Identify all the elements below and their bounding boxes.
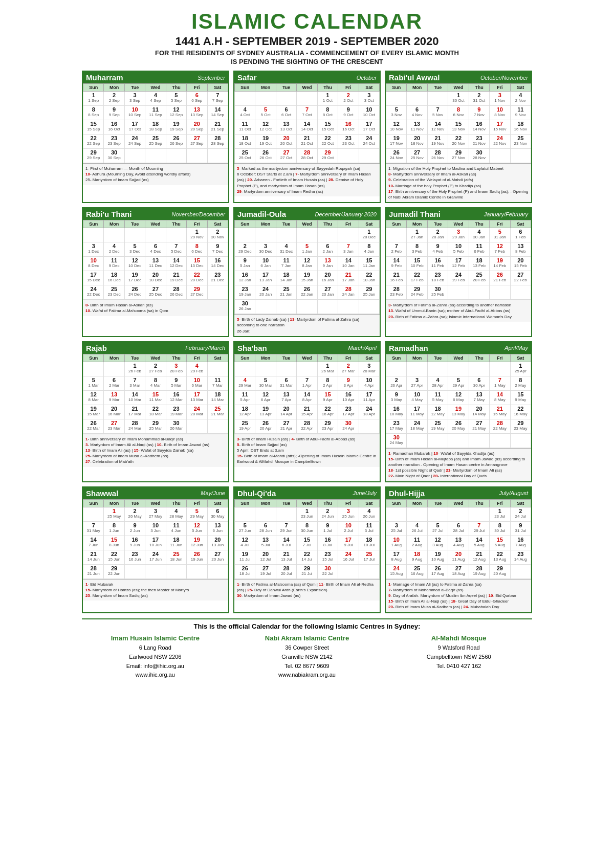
month-notes: 5- Marked as the martyrdom anniversary o… <box>234 163 380 196</box>
month-shaban: Sha'ban March/April Sun Mon Tue Wed Thu … <box>233 341 381 482</box>
month-greg: June/July <box>353 490 377 496</box>
day-cell: 105 Feb <box>448 242 469 257</box>
day-cell <box>427 433 448 448</box>
main-title: ISLAMIC CALENDAR <box>82 9 532 34</box>
day-cell: 1414 Oct <box>297 120 317 135</box>
day-cell: 429 Mar <box>235 376 255 390</box>
day-cell: 531 Jan <box>490 228 510 242</box>
day-cell: 145 Aug <box>469 536 489 550</box>
day-cell: 106 Mar <box>187 376 207 390</box>
col-fri: Fri <box>490 84 510 92</box>
col-sat: Sat <box>207 84 228 92</box>
day-cell: 2119 Nov <box>427 135 448 149</box>
day-cell: 227 Mar <box>338 362 359 376</box>
col-tue: Tue <box>124 220 145 228</box>
day-cell: 103 Jun <box>145 521 166 536</box>
day-cell <box>448 362 469 376</box>
day-cell <box>166 149 186 163</box>
day-cell <box>359 564 379 578</box>
day-cell: 1812 Apr <box>235 405 255 419</box>
col-wed: Wed <box>145 354 166 362</box>
day-cell <box>490 285 510 300</box>
months-grid: Muharram September Sun Mon Tue Wed Thu F… <box>82 71 532 613</box>
day-cell: 1311 Dec <box>145 257 166 271</box>
day-cell: 1919 Oct <box>255 135 276 149</box>
month-ramadhan: Ramadhan April/May Sun Mon Tue Wed Thu F… <box>385 341 532 482</box>
day-cell: 1111 Sep <box>145 106 166 120</box>
day-cell <box>124 564 145 578</box>
day-cell: 11 Sep <box>83 92 104 106</box>
month-header: Safar October <box>234 72 380 83</box>
day-cell: 529 May <box>187 507 207 521</box>
day-cell: 66 Sep <box>187 92 207 106</box>
day-cell <box>386 92 407 106</box>
month-safar: Safar October Sun Mon Tue Wed Thu Fri Sa… <box>233 71 381 203</box>
day-cell <box>510 433 531 448</box>
day-cell <box>386 228 407 242</box>
day-cell: 2323 Oct <box>338 135 359 149</box>
day-cell: 2819 Aug <box>469 564 489 578</box>
col-sat: Sat <box>359 499 379 507</box>
day-cell <box>276 507 296 521</box>
day-cell: 2114 Jun <box>83 550 104 564</box>
month-dhul-qida: Dhul-Qi'da June/July Sun Mon Tue Wed Thu… <box>233 486 381 613</box>
day-cell <box>255 300 276 314</box>
day-cell: 2213 Aug <box>490 550 510 564</box>
day-cell: 428 Apr <box>427 376 448 390</box>
col-sun: Sun <box>386 499 407 507</box>
col-mon: Mon <box>104 499 124 507</box>
day-cell: 1814 Mar <box>207 390 228 405</box>
day-cell: 167 Aug <box>510 536 531 550</box>
month-dhul-hijja: Dhul-Hijja July/August Sun Mon Tue Wed T… <box>385 486 532 613</box>
col-tue: Tue <box>276 220 296 228</box>
month-name: Dhul-Hijja <box>389 489 425 498</box>
day-cell: 2422 Nov <box>490 135 510 149</box>
day-cell: 2823 Feb <box>386 285 407 300</box>
day-cell: 1912 Jun <box>187 536 207 550</box>
day-cell <box>448 507 469 521</box>
day-cell: 115 May <box>427 390 448 405</box>
day-cell: 224 Jun <box>317 507 338 521</box>
day-cell: 1711 May <box>407 405 427 419</box>
day-cell: 1614 Nov <box>469 120 489 135</box>
col-wed: Wed <box>145 84 166 92</box>
day-cell: 33 Sep <box>124 92 145 106</box>
day-cell: 630 Apr <box>469 376 489 390</box>
day-cell <box>83 507 104 521</box>
day-cell <box>255 228 276 242</box>
day-cell: 2216 Apr <box>317 405 338 419</box>
day-cell: 31 Dec <box>83 242 104 257</box>
day-cell: 729 Jun <box>276 521 296 536</box>
month-header: Rabi'u Thani November/December <box>83 208 228 220</box>
day-cell: 1515 Sep <box>83 120 104 135</box>
centre-nabi-akram: Nabi Akram Islamic Centre 36 Cowper Stre… <box>234 633 381 680</box>
day-cell: 330 Dec <box>255 242 276 257</box>
day-cell <box>338 149 359 163</box>
day-cell: 72 Feb <box>386 242 407 257</box>
col-sat: Sat <box>510 354 531 362</box>
day-cell: 1410 Mar <box>124 390 145 405</box>
col-thu: Thu <box>317 499 338 507</box>
day-cell <box>338 564 359 578</box>
month-notes: 1- Marriage of Imam Ali (as) to Fatima a… <box>386 579 531 612</box>
day-cell: 1917 Dec <box>124 271 145 285</box>
day-cell <box>359 149 379 163</box>
day-cell: 2321 Dec <box>207 271 228 285</box>
day-cell <box>427 362 448 376</box>
centre-address: 36 Cowper Street Granville NSW 2142 Tel.… <box>234 643 381 679</box>
day-cell: 426 Jun <box>359 507 379 521</box>
day-cell: 630 May <box>207 507 228 521</box>
day-cell: 1813 Feb <box>469 257 489 271</box>
centre-name: Nabi Akram Islamic Centre <box>234 633 381 644</box>
month-greg: May/June <box>201 490 225 496</box>
day-cell: 53 Nov <box>386 106 407 120</box>
day-cell <box>448 285 469 300</box>
day-cell: 106 Jan <box>255 257 276 271</box>
day-cell: 2822 May <box>490 419 510 433</box>
day-cell: 2317 May <box>386 419 407 433</box>
day-cell <box>187 149 207 163</box>
day-cell: 328 Mar <box>359 362 379 376</box>
day-cell: 2721 Apr <box>276 419 296 433</box>
day-cell: 2012 Jul <box>255 550 276 564</box>
day-cell: 2115 Apr <box>297 405 317 419</box>
